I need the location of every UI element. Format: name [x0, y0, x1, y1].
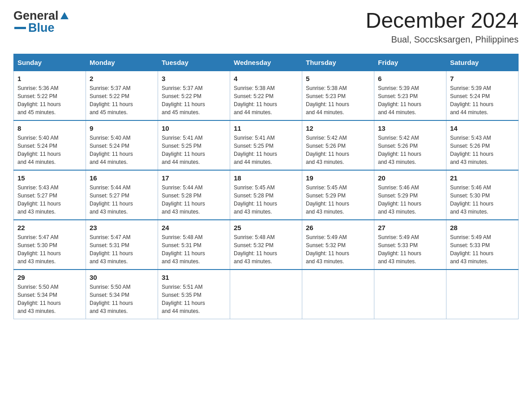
header-wednesday: Wednesday	[230, 54, 302, 71]
day-info: Sunrise: 5:40 AM Sunset: 5:24 PM Dayligh…	[90, 134, 154, 166]
day-info: Sunrise: 5:50 AM Sunset: 5:34 PM Dayligh…	[17, 283, 82, 315]
day-number: 14	[450, 124, 515, 132]
table-row: 19 Sunrise: 5:45 AM Sunset: 5:29 PM Dayl…	[302, 170, 374, 220]
table-row: 30 Sunrise: 5:50 AM Sunset: 5:34 PM Dayl…	[86, 270, 158, 319]
header-thursday: Thursday	[302, 54, 374, 71]
day-number: 18	[234, 174, 298, 182]
day-info: Sunrise: 5:42 AM Sunset: 5:26 PM Dayligh…	[378, 134, 442, 166]
table-row: 3 Sunrise: 5:37 AM Sunset: 5:22 PM Dayli…	[158, 71, 230, 120]
calendar-week-row: 22 Sunrise: 5:47 AM Sunset: 5:30 PM Dayl…	[14, 220, 519, 270]
table-row: 23 Sunrise: 5:47 AM Sunset: 5:31 PM Dayl…	[86, 220, 158, 270]
table-row: 16 Sunrise: 5:44 AM Sunset: 5:27 PM Dayl…	[86, 170, 158, 220]
calendar-header-row: Sunday Monday Tuesday Wednesday Thursday…	[14, 54, 519, 71]
day-info: Sunrise: 5:47 AM Sunset: 5:30 PM Dayligh…	[17, 233, 82, 265]
day-number: 4	[234, 75, 298, 82]
day-info: Sunrise: 5:39 AM Sunset: 5:23 PM Dayligh…	[378, 84, 442, 116]
table-row	[446, 270, 519, 319]
day-info: Sunrise: 5:49 AM Sunset: 5:33 PM Dayligh…	[378, 233, 442, 265]
day-info: Sunrise: 5:45 AM Sunset: 5:28 PM Dayligh…	[234, 184, 298, 216]
calendar-week-row: 1 Sunrise: 5:36 AM Sunset: 5:22 PM Dayli…	[14, 71, 519, 120]
svg-marker-0	[60, 12, 69, 19]
table-row: 11 Sunrise: 5:41 AM Sunset: 5:25 PM Dayl…	[230, 120, 302, 170]
header-monday: Monday	[86, 54, 158, 71]
day-number: 25	[234, 224, 298, 231]
day-info: Sunrise: 5:40 AM Sunset: 5:24 PM Dayligh…	[17, 134, 82, 166]
day-info: Sunrise: 5:38 AM Sunset: 5:23 PM Dayligh…	[306, 84, 370, 116]
day-number: 3	[162, 75, 226, 82]
day-info: Sunrise: 5:49 AM Sunset: 5:33 PM Dayligh…	[450, 233, 515, 265]
calendar-table: Sunday Monday Tuesday Wednesday Thursday…	[13, 54, 519, 319]
day-number: 5	[306, 75, 370, 82]
day-number: 12	[306, 124, 370, 132]
day-number: 24	[162, 224, 226, 231]
day-number: 8	[17, 124, 82, 132]
table-row: 27 Sunrise: 5:49 AM Sunset: 5:33 PM Dayl…	[374, 220, 446, 270]
day-info: Sunrise: 5:38 AM Sunset: 5:22 PM Dayligh…	[234, 84, 298, 116]
table-row: 13 Sunrise: 5:42 AM Sunset: 5:26 PM Dayl…	[374, 120, 446, 170]
header-saturday: Saturday	[446, 54, 519, 71]
calendar-week-row: 29 Sunrise: 5:50 AM Sunset: 5:34 PM Dayl…	[14, 270, 519, 319]
table-row	[374, 270, 446, 319]
day-number: 6	[378, 75, 442, 82]
month-title: December 2024	[365, 9, 519, 33]
location-subtitle: Bual, Soccsksargen, Philippines	[365, 34, 519, 45]
table-row	[302, 270, 374, 319]
table-row: 17 Sunrise: 5:44 AM Sunset: 5:28 PM Dayl…	[158, 170, 230, 220]
day-info: Sunrise: 5:51 AM Sunset: 5:35 PM Dayligh…	[162, 283, 226, 315]
table-row: 20 Sunrise: 5:46 AM Sunset: 5:29 PM Dayl…	[374, 170, 446, 220]
title-section: December 2024 Bual, Soccsksargen, Philip…	[365, 9, 519, 45]
calendar-week-row: 8 Sunrise: 5:40 AM Sunset: 5:24 PM Dayli…	[14, 120, 519, 170]
day-number: 17	[162, 174, 226, 182]
day-number: 27	[378, 224, 442, 231]
day-number: 11	[234, 124, 298, 132]
table-row: 28 Sunrise: 5:49 AM Sunset: 5:33 PM Dayl…	[446, 220, 519, 270]
logo-triangle-icon	[60, 11, 69, 21]
table-row: 15 Sunrise: 5:43 AM Sunset: 5:27 PM Dayl…	[14, 170, 86, 220]
day-info: Sunrise: 5:44 AM Sunset: 5:28 PM Dayligh…	[162, 184, 226, 216]
logo-blue-text: Blue	[28, 21, 55, 35]
day-number: 23	[90, 224, 154, 231]
table-row: 1 Sunrise: 5:36 AM Sunset: 5:22 PM Dayli…	[14, 71, 86, 120]
day-info: Sunrise: 5:37 AM Sunset: 5:22 PM Dayligh…	[162, 84, 226, 116]
day-number: 13	[378, 124, 442, 132]
table-row: 12 Sunrise: 5:42 AM Sunset: 5:26 PM Dayl…	[302, 120, 374, 170]
table-row: 26 Sunrise: 5:49 AM Sunset: 5:32 PM Dayl…	[302, 220, 374, 270]
header-sunday: Sunday	[14, 54, 86, 71]
table-row: 7 Sunrise: 5:39 AM Sunset: 5:24 PM Dayli…	[446, 71, 519, 120]
day-number: 22	[17, 224, 82, 231]
day-info: Sunrise: 5:46 AM Sunset: 5:30 PM Dayligh…	[450, 184, 515, 216]
table-row: 10 Sunrise: 5:41 AM Sunset: 5:25 PM Dayl…	[158, 120, 230, 170]
day-info: Sunrise: 5:50 AM Sunset: 5:34 PM Dayligh…	[90, 283, 154, 315]
day-number: 9	[90, 124, 154, 132]
day-number: 26	[306, 224, 370, 231]
day-number: 16	[90, 174, 154, 182]
day-number: 29	[17, 274, 82, 281]
day-info: Sunrise: 5:41 AM Sunset: 5:25 PM Dayligh…	[162, 134, 226, 166]
table-row: 4 Sunrise: 5:38 AM Sunset: 5:22 PM Dayli…	[230, 71, 302, 120]
table-row: 18 Sunrise: 5:45 AM Sunset: 5:28 PM Dayl…	[230, 170, 302, 220]
day-info: Sunrise: 5:46 AM Sunset: 5:29 PM Dayligh…	[378, 184, 442, 216]
day-number: 28	[450, 224, 515, 231]
table-row: 25 Sunrise: 5:48 AM Sunset: 5:32 PM Dayl…	[230, 220, 302, 270]
day-number: 15	[17, 174, 82, 182]
table-row: 5 Sunrise: 5:38 AM Sunset: 5:23 PM Dayli…	[302, 71, 374, 120]
table-row: 29 Sunrise: 5:50 AM Sunset: 5:34 PM Dayl…	[14, 270, 86, 319]
day-info: Sunrise: 5:48 AM Sunset: 5:31 PM Dayligh…	[162, 233, 226, 265]
header-friday: Friday	[374, 54, 446, 71]
day-number: 30	[90, 274, 154, 281]
table-row: 21 Sunrise: 5:46 AM Sunset: 5:30 PM Dayl…	[446, 170, 519, 220]
day-info: Sunrise: 5:45 AM Sunset: 5:29 PM Dayligh…	[306, 184, 370, 216]
table-row: 31 Sunrise: 5:51 AM Sunset: 5:35 PM Dayl…	[158, 270, 230, 319]
table-row: 8 Sunrise: 5:40 AM Sunset: 5:24 PM Dayli…	[14, 120, 86, 170]
day-info: Sunrise: 5:41 AM Sunset: 5:25 PM Dayligh…	[234, 134, 298, 166]
calendar-week-row: 15 Sunrise: 5:43 AM Sunset: 5:27 PM Dayl…	[14, 170, 519, 220]
table-row: 2 Sunrise: 5:37 AM Sunset: 5:22 PM Dayli…	[86, 71, 158, 120]
day-info: Sunrise: 5:48 AM Sunset: 5:32 PM Dayligh…	[234, 233, 298, 265]
day-info: Sunrise: 5:47 AM Sunset: 5:31 PM Dayligh…	[90, 233, 154, 265]
day-info: Sunrise: 5:43 AM Sunset: 5:27 PM Dayligh…	[17, 184, 82, 216]
day-number: 19	[306, 174, 370, 182]
day-info: Sunrise: 5:43 AM Sunset: 5:26 PM Dayligh…	[450, 134, 515, 166]
day-info: Sunrise: 5:36 AM Sunset: 5:22 PM Dayligh…	[17, 84, 82, 116]
day-info: Sunrise: 5:42 AM Sunset: 5:26 PM Dayligh…	[306, 134, 370, 166]
page-header: General Blue December 2024 Bual, Soccsks…	[13, 9, 519, 45]
